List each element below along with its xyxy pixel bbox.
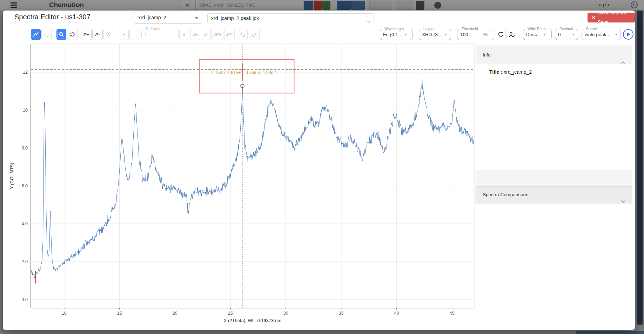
line-chart-icon <box>33 32 39 38</box>
threshold-unit: % <box>483 32 488 37</box>
ref-area-input <box>145 32 175 37</box>
svg-text:15: 15 <box>117 311 122 316</box>
undo-button <box>238 29 248 40</box>
close-without-save-button[interactable]: ✕ Close without Save <box>588 13 635 22</box>
svg-text:10: 10 <box>23 108 28 113</box>
spectrum-select-value: xrd_jcamp_2 <box>138 15 166 20</box>
wavelength-label: Wavelength <box>383 27 405 31</box>
svg-text:40: 40 <box>394 311 399 316</box>
close-icon: ✕ <box>592 15 596 20</box>
ref-area-label: Ref Area <box>145 27 162 31</box>
info-title-label: Title : <box>489 69 502 75</box>
auto-peak-button[interactable] <box>507 29 517 40</box>
zoom-select-button[interactable] <box>56 29 66 40</box>
decimal-label: Decimal <box>558 27 574 31</box>
line-mode-button[interactable] <box>31 29 41 40</box>
decimal-select[interactable]: Decimal 0 <box>555 29 578 40</box>
caret-down-icon <box>572 34 575 35</box>
spectrum-chart[interactable]: 10152025303540450.02.04.06.08.01012X (2T… <box>3 41 480 330</box>
submit-select[interactable]: Submit write peak ... <box>582 29 621 40</box>
threshold-field[interactable]: Threshold % <box>457 29 494 40</box>
file-combobox-value: xrd_jcamp_2.peak.jdx <box>211 15 259 21</box>
chevron-up-icon <box>621 54 625 72</box>
svg-text:6.0: 6.0 <box>22 183 28 188</box>
redo-button <box>250 29 260 40</box>
info-accordion-header[interactable]: Info <box>476 46 632 64</box>
jp-plus-button: JP+ <box>212 29 223 40</box>
write-peaks-label: Write Peaks <box>526 27 549 31</box>
ref-area-field: Ref Area <box>141 29 179 40</box>
file-combobox[interactable]: xrd_jcamp_2.peak.jdx <box>207 13 374 23</box>
wavelength-select[interactable]: Wavelength Fe (0.1... <box>380 29 413 40</box>
caret-down-icon <box>404 34 407 35</box>
info-accordion-body <box>476 80 632 170</box>
wavelength-value: Fe (0.1... <box>383 32 402 37</box>
panel-spacer <box>476 170 632 187</box>
peak-add-button[interactable]: P+ <box>81 29 92 40</box>
svg-text:0.0: 0.0 <box>22 297 28 302</box>
svg-text:X (2Theta), WL=0.19373 nm: X (2Theta), WL=0.19373 nm <box>224 318 281 323</box>
svg-text:12: 12 <box>23 70 28 75</box>
xrd-spectrum-plot: 10152025303540450.02.04.06.08.01012X (2T… <box>3 41 480 330</box>
layout-value: XRD (X... <box>422 32 442 37</box>
reset-zoom-icon <box>69 31 76 38</box>
layout-select[interactable]: Layout XRD (X... <box>419 29 451 40</box>
reset-zoom-button[interactable] <box>67 29 78 40</box>
refresh-threshold-button[interactable] <box>496 29 506 40</box>
zoom-in-icon <box>58 31 65 38</box>
spectrum-select[interactable]: xrd_jcamp_2 <box>134 12 202 24</box>
threshold-label: Threshold <box>460 27 479 31</box>
caret-down-icon <box>615 34 618 35</box>
play-icon <box>626 32 631 37</box>
write-peaks-value: Desc... <box>526 32 541 37</box>
svg-text:Y (COUNTS): Y (COUNTS) <box>9 163 14 189</box>
ref-clear-button: X <box>179 29 189 40</box>
submit-run-button[interactable] <box>623 29 633 40</box>
layout-label: Layout <box>422 27 436 31</box>
side-panel: Info Title : xrd_jcamp_2 Spectra Compari… <box>476 46 632 203</box>
svg-text:4.0: 4.0 <box>22 221 28 226</box>
svg-text:35: 35 <box>339 311 344 316</box>
svg-text:45: 45 <box>450 311 455 316</box>
decimal-value: 0 <box>558 32 570 37</box>
j-minus-button: J- <box>201 29 211 40</box>
svg-text:20: 20 <box>173 311 177 316</box>
chevron-down-icon <box>367 17 371 26</box>
ref-plus-button: + <box>119 29 129 40</box>
jp-minus-button: JP- <box>224 29 235 40</box>
write-peaks-select[interactable]: Write Peaks Desc... <box>523 29 552 40</box>
threshold-input[interactable] <box>460 32 481 37</box>
svg-text:30: 30 <box>283 311 288 316</box>
peak-remove-button[interactable]: P- <box>92 29 103 40</box>
anchor-mode-button: A <box>41 29 52 40</box>
caret-down-icon <box>444 34 447 35</box>
spectra-editor-modal: Spectra Editor - us1-307 xrd_jcamp_2 xrd… <box>3 11 635 330</box>
svg-text:2Theta: 2.61e+1, d-value: 4.29: 2Theta: 2.61e+1, d-value: 4.29e-1 <box>211 70 277 75</box>
ref-minus-button: - <box>129 29 139 40</box>
redo-icon <box>251 32 257 37</box>
pin-button <box>103 29 113 40</box>
refresh-icon <box>497 31 504 38</box>
svg-text:2.0: 2.0 <box>22 259 28 264</box>
undo-icon <box>240 32 246 37</box>
pin-plus-icon <box>106 31 112 38</box>
svg-text:25: 25 <box>228 311 233 316</box>
info-title-row: Title : xrd_jcamp_2 <box>476 64 632 80</box>
svg-text:8.0: 8.0 <box>22 146 28 151</box>
modal-title: Spectra Editor - us1-307 <box>14 13 90 21</box>
submit-label: Submit <box>585 27 599 31</box>
caret-down-icon <box>195 17 198 19</box>
j-plus-button: J+ <box>190 29 200 40</box>
svg-text:10: 10 <box>62 311 67 316</box>
letter-a-wave-icon: A <box>43 32 50 38</box>
spectra-comparisons-header[interactable]: Spectra Comparisons <box>476 187 632 203</box>
person-check-icon <box>508 31 515 38</box>
chevron-down-icon <box>621 193 625 209</box>
submit-value: write peak ... <box>585 32 613 37</box>
caret-down-icon <box>543 34 546 35</box>
svg-text:A: A <box>43 32 47 37</box>
info-title-value: xrd_jcamp_2 <box>504 69 532 75</box>
